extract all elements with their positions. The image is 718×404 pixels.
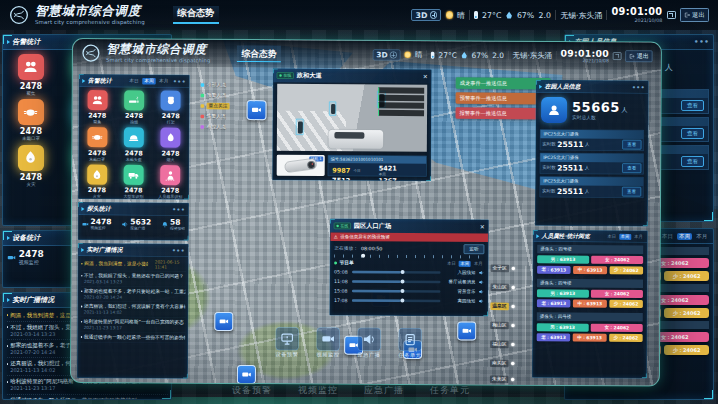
camera-marker[interactable] [457, 321, 476, 340]
tab[interactable]: 本月 [472, 261, 484, 267]
speaker-icon[interactable] [478, 279, 484, 285]
view-button[interactable]: 查看 [681, 128, 704, 139]
view-button[interactable]: 查看 [622, 187, 641, 197]
schedule-slider[interactable] [352, 290, 441, 293]
fullscreen-icon[interactable] [613, 52, 622, 60]
stat-pill[interactable]: 男63913 [537, 323, 589, 331]
camera-marker[interactable] [214, 312, 233, 331]
layer-item[interactable]: 全部人流 [201, 82, 230, 89]
alarm-tile[interactable]: 2478聚集 [3, 50, 59, 96]
stat-pill[interactable]: 女24062 [591, 256, 643, 264]
alarm-tile[interactable]: 2478打架 [152, 88, 189, 126]
layer-item[interactable]: 预警人流 [201, 92, 230, 99]
view-button[interactable]: 查看 [622, 140, 641, 150]
alarm-tile[interactable]: 2478聚集 [79, 87, 116, 125]
tab[interactable]: 本日 [606, 234, 618, 240]
alarm-tile[interactable]: 2478抽烟 [116, 87, 153, 125]
tab[interactable]: 本周 [619, 234, 631, 240]
stat-pill[interactable]: 少24062 [664, 308, 709, 318]
exit-button[interactable]: 退出 [626, 50, 653, 62]
alarm-tile[interactable]: 2478未戴口罩 [3, 96, 59, 142]
stat-pill[interactable]: 少24062 [609, 300, 643, 308]
cigarette-icon [124, 90, 144, 110]
tab[interactable]: 本周 [459, 261, 471, 267]
stat-pill[interactable]: 少24062 [609, 334, 643, 342]
alarm-tile[interactable]: 2478火灾 [79, 162, 116, 200]
tab-situation[interactable]: 综合态势 [237, 46, 281, 63]
view-button[interactable]: 查看 [622, 163, 641, 173]
tab[interactable]: 本月 [633, 234, 645, 240]
speaker-icon[interactable] [479, 270, 485, 276]
camera-popup-title: 政和大道 [297, 71, 322, 80]
layer-item[interactable]: 布控人流 [200, 124, 229, 131]
thermometer-icon [431, 51, 434, 58]
toolbar-item-task[interactable]: 任务单元 [398, 328, 422, 359]
more-button[interactable]: ••• [172, 247, 185, 254]
device-alert-banner: ⚠设备信息异常的预设预警 [330, 233, 488, 242]
stat-pill[interactable]: 男63913 [537, 289, 589, 297]
tab[interactable]: 本日 [660, 233, 675, 240]
app-title: 智慧城市综合调度 [35, 5, 145, 18]
tab[interactable]: 本日 [127, 78, 140, 85]
view-button[interactable]: 查看 [681, 156, 704, 167]
stat-pill[interactable]: 女24062 [591, 290, 643, 298]
fullscreen-icon[interactable] [667, 11, 676, 19]
camera-marker[interactable] [247, 100, 267, 120]
schedule-slider[interactable] [352, 271, 441, 274]
stat-pill[interactable]: 中63913 [573, 334, 607, 342]
person-icon [541, 97, 567, 123]
weather-text: 晴 [457, 10, 465, 21]
view-button[interactable]: 查看 [681, 100, 704, 111]
alarm-tile[interactable]: 2478火灾 [3, 141, 59, 187]
tab[interactable]: 本月 [157, 78, 170, 85]
stat-pill[interactable]: 老63913 [537, 266, 571, 274]
tab-situation[interactable]: 综合态势 [173, 6, 219, 25]
stat-pill[interactable]: 中63913 [573, 266, 607, 274]
alarm-tile[interactable]: 2478未戴头盔 [115, 125, 152, 163]
stat-pill[interactable]: 少24062 [609, 266, 643, 274]
stat-pill[interactable]: 少24062 [664, 271, 709, 281]
layer-item[interactable]: 告警人流 [201, 113, 230, 120]
alarm-tile[interactable]: 2478大型车识别 [115, 162, 152, 200]
alarm-stats-panel: 告警统计 本日本周本月 ••• 2478聚集 2478抽烟 2478打架 247… [78, 74, 190, 200]
park-broadcast-popup: 在线 园区人口广场 ✕ ⚠设备信息异常的预设预警 正在播放： 08:00:50 … [329, 219, 489, 317]
bullet-camera-icon [284, 158, 317, 173]
tab[interactable]: 本月 [694, 233, 709, 240]
camera-stat: 9987今日 [332, 165, 376, 177]
alarm-tile[interactable]: 2478未戴口罩 [79, 125, 116, 163]
more-button[interactable]: ••• [632, 84, 645, 91]
more-button[interactable]: ••• [172, 206, 185, 213]
camera-video-feed[interactable] [277, 84, 427, 152]
camera-people-row: IPC25北大门摄像实时数25511人查看 [540, 129, 644, 151]
speaker-icon[interactable] [478, 289, 484, 295]
tab[interactable]: 本周 [142, 78, 155, 85]
broadcast-item: 哈利波特里的“阿尼玛格斯”一台自己宽阔的姿态，整个…2021-11-23 13:… [80, 317, 185, 333]
camera-marker[interactable] [237, 365, 256, 384]
detection-info-row [378, 102, 424, 108]
mode-3d-toggle[interactable]: 3D [411, 9, 441, 22]
stat-pill[interactable]: 老63913 [537, 300, 571, 308]
stat-pill[interactable]: 中63913 [573, 300, 607, 308]
stat-pill[interactable]: 女24062 [591, 324, 643, 332]
toolbar-item-broadcast[interactable]: 应急广播 [357, 328, 381, 359]
speaker-icon[interactable] [478, 298, 484, 304]
more-button[interactable]: ••• [694, 38, 710, 46]
close-icon[interactable]: ✕ [423, 73, 428, 80]
mode-3d-toggle[interactable]: 3D [373, 49, 401, 60]
exit-button[interactable]: 退出 [680, 8, 709, 21]
alarm-tile[interactable]: 2478人员越界识别 [152, 162, 189, 199]
stat-pill[interactable]: 少24062 [664, 345, 709, 355]
more-button[interactable]: ••• [173, 78, 186, 85]
listen-button[interactable]: 监听 [464, 244, 485, 254]
schedule-slider[interactable] [352, 299, 441, 302]
close-icon[interactable]: ✕ [480, 223, 485, 230]
tab[interactable]: 本周 [677, 233, 692, 240]
tab[interactable]: 本日 [445, 261, 457, 267]
toolbar-item-video[interactable]: 视频监控 [316, 327, 340, 358]
stat-pill[interactable]: 老63913 [537, 333, 571, 341]
alarm-tile[interactable]: 2478烟火 [152, 125, 189, 163]
stat-pill[interactable]: 男63913 [537, 255, 589, 263]
layer-item[interactable]: 重点关注 [201, 103, 230, 110]
schedule-slider[interactable] [352, 280, 441, 283]
toolbar-item-device-alert[interactable]: 设备预警 [275, 327, 299, 358]
